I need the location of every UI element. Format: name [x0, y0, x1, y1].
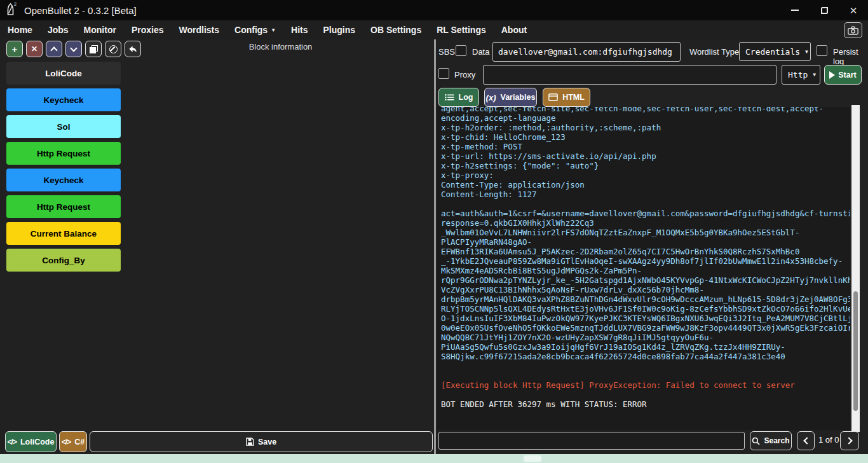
stacker-block[interactable]: Keycheck: [6, 88, 121, 111]
log-line: act=auth&auth=1&csrf=&username=davellove…: [441, 209, 850, 218]
menu-ob-settings[interactable]: OB Settings: [363, 20, 429, 39]
debugger-log[interactable]: agent,accept,sec-fetch-site,sec-fetch-mo…: [437, 107, 850, 430]
previous-match-button[interactable]: [797, 431, 815, 450]
stacker-block[interactable]: Current Balance: [6, 222, 121, 245]
move-block-up-button[interactable]: [46, 41, 62, 57]
stacker-block[interactable]: Config_By: [6, 249, 121, 272]
log-line: NQwQQBC71JtYHj1ZOY7nX2O-wzUHyZapXSW7gR8q…: [441, 333, 850, 342]
delete-block-button[interactable]: ✕: [26, 41, 43, 57]
log-line: _-1YkbE2JQveauP859Zw8Ma9iGTlEvHaOqeI-swX…: [441, 256, 850, 266]
app-bullet-icon: 2: [5, 2, 19, 18]
lolicode-view-button[interactable]: </> LoliCode: [5, 431, 57, 452]
next-match-button[interactable]: [840, 431, 859, 450]
restore-icon: [821, 7, 828, 14]
block-stack: LoliCodeKeycheckSolHttp RequestKeycheckH…: [6, 62, 121, 275]
log-line: RLYjTOSCNNp5lsQXL4DEdysRtHxtE3joVHv6JF1S…: [441, 304, 850, 314]
camera-icon: [848, 26, 858, 35]
stacker-block[interactable]: Http Request: [6, 142, 121, 165]
window-title: OpenBullet 2 - 0.3.2 [Beta]: [24, 5, 137, 16]
taskbar-strip: [0, 454, 868, 463]
clone-icon: [90, 45, 98, 53]
menu-about[interactable]: About: [494, 20, 534, 39]
log-line: [Executing block Http Request] ProxyExce…: [441, 380, 850, 390]
menu-hits[interactable]: Hits: [283, 20, 315, 39]
code-icon: </>: [62, 438, 71, 446]
start-button[interactable]: Start: [824, 65, 862, 85]
stacker-block[interactable]: Keycheck: [6, 169, 121, 191]
screenshot-button[interactable]: [844, 22, 862, 38]
log-line: agent,accept,sec-fetch-site,sec-fetch-mo…: [441, 107, 850, 113]
stacker-block[interactable]: Sol: [6, 115, 121, 138]
stacker-bottom-bar: </> LoliCode </> C# Save: [0, 431, 434, 452]
save-button[interactable]: Save: [90, 431, 433, 452]
openbullet-window: 2 OpenBullet 2 - 0.3.2 [Beta] ✕ Home Job…: [0, 0, 868, 463]
svg-text:2: 2: [14, 2, 17, 6]
taskbar-tab: [524, 455, 541, 462]
close-icon: ✕: [850, 6, 858, 15]
menu-monitor[interactable]: Monitor: [76, 20, 124, 39]
menu-wordlists[interactable]: Wordlists: [172, 20, 227, 39]
proxy-checkbox[interactable]: [438, 68, 449, 79]
save-floppy-icon: [246, 438, 254, 446]
disable-block-button[interactable]: [105, 41, 121, 57]
log-line: encoding,accept-language: [441, 113, 850, 123]
log-line: x-tp-h2order: :method,:authority,:scheme…: [441, 123, 850, 132]
wordlist-type-select[interactable]: Credentials ▼: [739, 42, 811, 61]
log-view-button[interactable]: Log: [438, 88, 479, 107]
block-information-title: Block information: [127, 42, 434, 52]
search-input[interactable]: [438, 432, 745, 450]
wordlist-type-label: Wordlist Type: [689, 47, 739, 57]
chevron-right-icon: [845, 437, 852, 444]
log-line: Content-Type: application/json: [441, 180, 850, 190]
menu-proxies[interactable]: Proxies: [124, 20, 172, 39]
log-line: x-tp-url: https://sms-activate.io/api/ap…: [441, 151, 850, 161]
proxy-label: Proxy: [454, 70, 475, 79]
menu-bar: Home Jobs Monitor Proxies Wordlists Conf…: [0, 20, 868, 39]
variables-view-button[interactable]: (x) Variables: [484, 88, 537, 107]
chevron-left-icon: [803, 437, 810, 444]
menu-home[interactable]: Home: [0, 20, 40, 39]
menu-plugins[interactable]: Plugins: [316, 20, 363, 39]
proxy-type-select[interactable]: Http ▼: [782, 65, 820, 85]
log-line: PlACPIyyMRaRN48gAO-: [441, 237, 850, 247]
csharp-view-button[interactable]: </> C#: [59, 431, 87, 452]
log-lines: agent,accept,sec-fetch-site,sec-fetch-mo…: [441, 107, 850, 409]
search-icon: [752, 437, 760, 445]
log-line: 0w0eEOx0SUsfOveNhO5fOKkoEWe5mznqTJddLUX7…: [441, 323, 850, 333]
log-line: S8HQjkw.c99f67215ada2e8cb9bcaca4f6226572…: [441, 352, 850, 361]
log-scrollbar-thumb[interactable]: [853, 291, 858, 411]
menu-jobs[interactable]: Jobs: [40, 20, 76, 39]
sbs-checkbox[interactable]: [456, 45, 466, 56]
stacker-toolbar: + ✕: [6, 41, 141, 57]
html-view-button[interactable]: HTML: [543, 88, 590, 107]
circle-slash-icon: [109, 45, 118, 53]
data-label: Data: [472, 47, 489, 57]
stacker-block[interactable]: LoliCode: [6, 62, 121, 85]
list-icon: [445, 93, 454, 101]
close-button[interactable]: ✕: [839, 0, 868, 20]
minimize-button[interactable]: [780, 0, 810, 20]
log-scrollbar[interactable]: [851, 105, 860, 432]
code-icon: </>: [8, 438, 17, 446]
chevron-down-icon: ▼: [805, 49, 808, 55]
persist-log-checkbox[interactable]: [817, 45, 827, 56]
sbs-label: SBS: [438, 47, 455, 57]
add-block-button[interactable]: +: [6, 41, 23, 57]
move-block-down-button[interactable]: [65, 41, 82, 57]
restore-button[interactable]: [810, 0, 839, 20]
menu-configs[interactable]: Configs▼: [227, 20, 283, 39]
stacker-block[interactable]: Http Request: [6, 195, 121, 218]
menu-rl-settings[interactable]: RL Settings: [429, 20, 494, 39]
proxy-input[interactable]: [483, 65, 776, 85]
data-input[interactable]: [492, 42, 681, 62]
clone-block-button[interactable]: [85, 41, 102, 57]
log-line: [441, 361, 850, 371]
chevron-down-icon: ▼: [813, 72, 816, 78]
search-button[interactable]: Search: [750, 431, 792, 450]
browser-window-icon: [548, 93, 558, 101]
x-icon: ✕: [31, 45, 37, 53]
log-line: [441, 371, 850, 380]
log-line: PiUAaSg5Qwfu5s0GzxJw3a9IoijqHgf6VrJ19aIO…: [441, 342, 850, 352]
chevron-down-icon: [70, 45, 77, 52]
log-line: VcZVgXxrPU8C13BIhNhhx5qAoNsF-rUxw7drLv_d…: [441, 285, 850, 294]
